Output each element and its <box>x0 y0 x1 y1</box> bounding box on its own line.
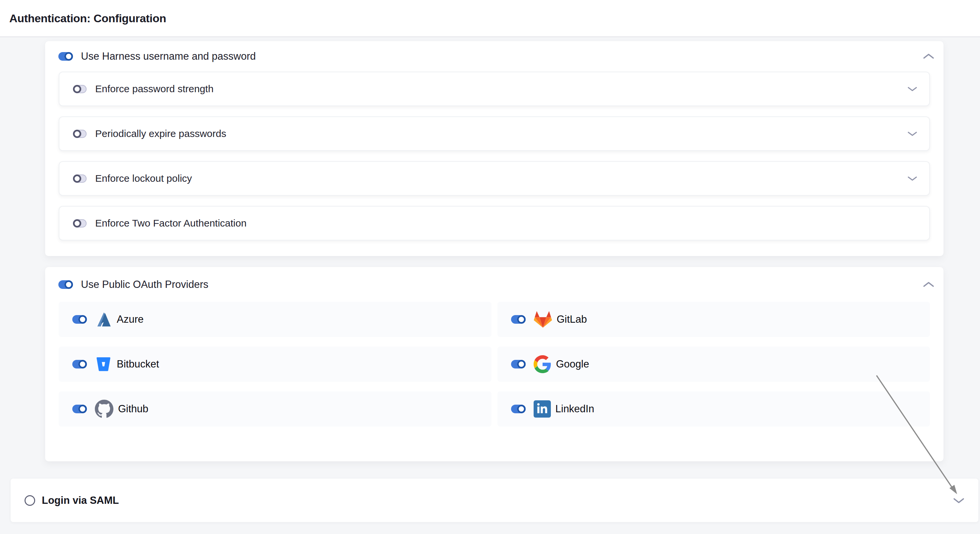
oauth-header: Use Public OAuth Providers <box>45 267 943 302</box>
provider-label: Github <box>118 403 148 415</box>
two-factor-toggle[interactable] <box>73 219 87 227</box>
saml-radio[interactable] <box>25 495 35 506</box>
provider-label: Bitbucket <box>117 358 159 370</box>
toggle-knob <box>64 280 73 289</box>
provider-tile-azure: Azure <box>59 302 492 337</box>
page-header: Authentication: Configuration <box>0 0 980 37</box>
password-strength-toggle[interactable] <box>73 85 87 93</box>
provider-label: LinkedIn <box>555 403 594 415</box>
toggle-knob <box>517 405 526 413</box>
linkedin-icon <box>534 400 551 418</box>
page-title: Authentication: Configuration <box>9 12 166 25</box>
provider-tile-google: Google <box>498 346 930 382</box>
google-icon <box>534 355 552 373</box>
expire-passwords-toggle[interactable] <box>73 130 87 138</box>
chevron-down-icon[interactable] <box>907 175 917 181</box>
github-toggle[interactable] <box>72 405 87 413</box>
provider-tile-gitlab: GitLab <box>498 302 930 337</box>
toggle-knob <box>517 315 526 324</box>
saml-section[interactable]: Login via SAML <box>11 478 978 522</box>
username-password-section: Use Harness username and password Enforc… <box>45 41 943 256</box>
section-label: Use Public OAuth Providers <box>81 279 208 291</box>
bitbucket-toggle[interactable] <box>72 360 87 369</box>
password-strength-row[interactable]: Enforce password strength <box>59 72 930 106</box>
lockout-policy-toggle[interactable] <box>73 175 87 183</box>
github-icon <box>95 400 113 418</box>
bitbucket-icon <box>95 356 112 373</box>
google-toggle[interactable] <box>511 360 526 369</box>
toggle-knob <box>73 175 81 183</box>
chevron-up-icon[interactable] <box>923 53 934 60</box>
toggle-knob <box>73 130 81 138</box>
two-factor-row[interactable]: Enforce Two Factor Authentication <box>59 206 930 240</box>
section-label: Use Harness username and password <box>81 51 256 62</box>
saml-label: Login via SAML <box>42 494 119 507</box>
username-password-toggle[interactable] <box>58 52 73 61</box>
provider-tile-github: Github <box>59 391 492 426</box>
chevron-down-icon[interactable] <box>907 86 917 92</box>
toggle-knob <box>78 360 87 369</box>
option-label: Periodically expire passwords <box>95 128 226 139</box>
lockout-policy-row[interactable]: Enforce lockout policy <box>59 161 930 196</box>
authentication-configuration-page: Authentication: Configuration Use Harnes… <box>0 0 980 534</box>
toggle-knob <box>73 85 81 93</box>
gitlab-icon <box>534 310 552 328</box>
chevron-down-icon[interactable] <box>907 131 917 137</box>
toggle-knob <box>517 360 526 369</box>
toggle-knob <box>64 52 73 61</box>
chevron-down-icon[interactable] <box>953 497 964 504</box>
provider-label: Google <box>556 358 589 370</box>
toggle-knob <box>73 219 81 227</box>
gitlab-toggle[interactable] <box>511 315 526 324</box>
option-label: Enforce lockout policy <box>95 173 192 184</box>
option-label: Enforce password strength <box>95 83 213 95</box>
chevron-up-icon[interactable] <box>923 281 934 288</box>
toggle-knob <box>78 315 87 324</box>
provider-tile-linkedin: LinkedIn <box>498 391 930 426</box>
oauth-toggle[interactable] <box>58 280 73 289</box>
expire-passwords-row[interactable]: Periodically expire passwords <box>59 116 930 151</box>
provider-label: Azure <box>117 313 143 325</box>
oauth-section: Use Public OAuth Providers Azure <box>45 267 943 461</box>
azure-icon <box>95 311 112 328</box>
toggle-knob <box>78 405 87 413</box>
username-password-header: Use Harness username and password <box>45 41 943 72</box>
azure-toggle[interactable] <box>72 315 87 324</box>
linkedin-toggle[interactable] <box>511 405 526 413</box>
provider-tile-bitbucket: Bitbucket <box>59 346 492 382</box>
provider-grid: Azure GitLab <box>45 302 943 426</box>
provider-label: GitLab <box>557 313 587 325</box>
option-label: Enforce Two Factor Authentication <box>95 218 247 229</box>
